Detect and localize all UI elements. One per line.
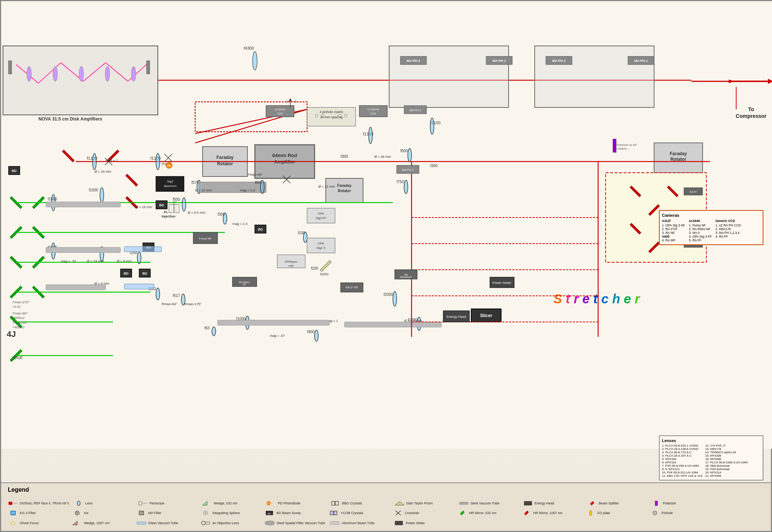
svg-text:MA PH 1: MA PH 1	[493, 59, 506, 63]
svg-rect-293	[460, 511, 465, 516]
svg-text:Rmax=94°: Rmax=94°	[162, 302, 178, 306]
svg-text:mag = 1.4: mag = 1.4	[240, 188, 255, 192]
svg-text:Spectrum: Spectrum	[164, 184, 177, 188]
svg-rect-193	[46, 285, 106, 290]
svg-text:Faraday: Faraday	[216, 155, 234, 160]
svg-point-100	[182, 198, 186, 211]
svg-rect-195	[344, 322, 441, 327]
svg-text:-Z: -Z	[285, 100, 288, 103]
main-container: The Texas Petawatt The Texas Petawatt • …	[0, 0, 772, 532]
svg-rect-223	[359, 106, 387, 117]
legend-pd: PD PD Photodiode	[266, 499, 326, 508]
svg-text:NF: NF	[243, 283, 246, 286]
svg-rect-300	[137, 522, 146, 524]
svg-text:MA PH 2: MA PH 2	[409, 109, 421, 112]
svg-text:Tmax=80°: Tmax=80°	[12, 312, 28, 315]
svg-text:Ø = 24 mm: Ø = 24 mm	[94, 170, 111, 173]
svg-text:Power Meter: Power Meter	[492, 281, 511, 285]
svg-text:MA PH 2: MA PH 2	[552, 59, 566, 63]
svg-text:rotation...: rotation...	[617, 147, 629, 150]
svg-text:f517: f517	[173, 294, 180, 298]
legend-lambda-half-plate: λ/2 plate	[585, 509, 645, 518]
legend-glass-vac-tube: Glass Vacuum Tube	[136, 519, 196, 528]
svg-text:mag = .33: mag = .33	[61, 259, 76, 263]
svg-text:+800mJ: +800mJ	[12, 316, 24, 320]
svg-point-111	[137, 252, 141, 264]
svg-text:f2000: f2000	[384, 292, 393, 297]
svg-rect-284	[139, 511, 144, 515]
svg-point-22	[253, 51, 257, 70]
svg-text:4 pinhole matrix: 4 pinhole matrix	[319, 110, 343, 114]
svg-rect-20	[9, 61, 12, 74]
svg-point-118	[404, 180, 408, 194]
svg-text:OPA: OPA	[318, 242, 324, 245]
legend-ycob: YCOB Crystals	[329, 509, 388, 518]
legend-kg3-filter: KG 3 Filter	[8, 509, 68, 518]
legend-wedge-532: Wedge, 532 nm	[202, 499, 262, 508]
lenses-box: Lenses 1. PLCX-50.8-515.1 UV532 2. PLCX-…	[659, 435, 763, 481]
integrating-sphere-legend-text: Integrating Sphere	[212, 511, 240, 515]
svg-text:f1500: f1500	[48, 197, 57, 201]
svg-text:+2.8J: +2.8J	[12, 305, 21, 309]
svg-text:Tmax=40°: Tmax=40°	[247, 173, 263, 176]
svg-text:RA FF: RA FF	[690, 191, 697, 193]
svg-point-286	[205, 512, 206, 514]
sca640-label: scA640	[689, 219, 712, 223]
svg-text:Pump NF: Pump NF	[199, 237, 212, 240]
svg-text:-Z RA PH: -Z RA PH	[274, 108, 285, 111]
svg-rect-25	[535, 46, 654, 107]
f4300-label: f4300	[244, 46, 254, 50]
svg-rect-145	[156, 176, 184, 191]
svg-point-68	[156, 153, 160, 170]
legend-pinhole: Pinhole	[650, 509, 709, 518]
svg-marker-299	[73, 521, 77, 525]
svg-text:Rotator: Rotator	[338, 189, 351, 193]
legend-beam-splitter: Beam Splitter	[587, 499, 647, 508]
svg-rect-24	[389, 46, 509, 107]
svg-point-15	[27, 66, 31, 81]
svg-point-126	[393, 291, 397, 306]
svg-text:Waveform: Waveform	[400, 276, 412, 278]
svg-text:f300: f300	[430, 164, 438, 168]
svg-text:f63: f63	[204, 326, 210, 330]
svg-text:BD: BD	[143, 272, 147, 275]
svg-text:Stg2 S: Stg2 S	[316, 246, 325, 250]
svg-text:Stg3 FF: Stg3 FF	[316, 216, 326, 220]
svg-text:MA PH 2: MA PH 2	[402, 168, 414, 172]
svg-text:BD: BD	[258, 228, 263, 231]
svg-point-107	[223, 213, 227, 224]
svg-point-283	[76, 512, 78, 514]
svg-marker-276	[395, 501, 404, 505]
svg-rect-290	[334, 511, 337, 515]
svg-text:BD: BD	[12, 169, 17, 173]
svg-text:Energy Head: Energy Head	[447, 315, 466, 319]
svg-text:Tmax=25°: Tmax=25°	[12, 321, 28, 325]
svg-rect-294	[524, 511, 529, 516]
svg-text:CCD: CCD	[370, 112, 376, 115]
svg-text:MA PH 2: MA PH 2	[407, 59, 420, 63]
svg-text:roth: roth	[288, 264, 294, 267]
svg-text:Faraday: Faraday	[670, 151, 687, 156]
svg-rect-275	[335, 501, 338, 505]
svg-text:BD: BD	[124, 272, 129, 275]
legend-nd-filter: ND Filter	[136, 509, 196, 518]
svg-point-268	[77, 501, 80, 506]
svg-rect-278	[524, 501, 532, 505]
svg-point-70	[430, 118, 434, 134]
svg-text:OPASpec: OPASpec	[285, 260, 298, 263]
svg-point-120	[408, 148, 412, 162]
svg-text:Ø = 16 mm: Ø = 16 mm	[135, 205, 152, 209]
legend-iris: Iris	[72, 509, 132, 518]
svg-point-16	[53, 66, 57, 81]
svg-text:BD: BD	[159, 203, 164, 207]
svg-text:f300: f300	[341, 154, 348, 159]
svg-rect-303	[265, 522, 274, 525]
svg-rect-305	[330, 522, 339, 525]
legend-area: Legend Dichroic; REF face λ, TRAN ref λ …	[1, 482, 771, 531]
svg-rect-277	[459, 502, 468, 504]
legend-ghost-focus: Ghost Focus	[8, 519, 68, 528]
svg-rect-220	[266, 106, 294, 117]
svg-point-19	[131, 66, 136, 81]
svg-text:1": 1"	[173, 201, 176, 205]
svg-rect-197	[124, 284, 154, 289]
